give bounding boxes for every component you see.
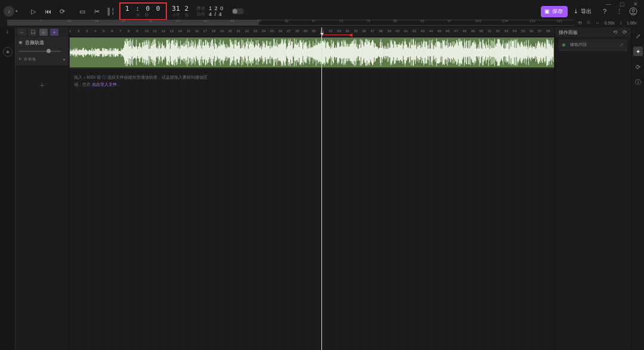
reset-icon[interactable]: ⦾ <box>587 20 590 25</box>
ruler-tick: 20 <box>228 29 233 33</box>
cut-tool-button[interactable]: ✂ <box>91 6 102 17</box>
tool-add[interactable]: + <box>50 29 58 36</box>
tool-view[interactable]: ⎚ <box>39 29 48 36</box>
add-track-area[interactable]: + <box>16 66 69 350</box>
action-item-label: 移动片段 <box>570 42 587 48</box>
automation-label[interactable]: ↻ 自动化 <box>18 57 36 62</box>
top-toolbar: ♪ ▾ ▷ ⏮ ⟳ ▭ ✂ ║╎ 1 : 0 0 分 秒 31 小节 2 拍 曲… <box>0 3 644 20</box>
ruler-tick: 8 <box>128 29 129 33</box>
ruler-tick: 16 <box>195 29 199 33</box>
overview-mark: 49 <box>230 19 234 23</box>
ruler-tick: 47 <box>454 29 459 33</box>
audio-clip[interactable] <box>69 37 555 68</box>
ruler-tick: 42 <box>412 29 416 33</box>
drop-hint-line2a: 域，也在 <box>74 82 92 86</box>
ruler-tick: 57 <box>538 29 542 33</box>
ruler-tick: 12 <box>161 29 165 33</box>
track-expand-icon[interactable]: ▾ <box>63 57 66 61</box>
save-button[interactable]: ▣ 保存 <box>541 6 568 17</box>
tempo-bpm-value: 1 2 0 <box>209 5 224 11</box>
metronome-toggle[interactable] <box>232 8 244 14</box>
arrangement-overview[interactable]: 7131925313743495561677379859197103109115… <box>7 20 637 26</box>
ruler-tick: 44 <box>429 29 433 33</box>
volume-slider[interactable] <box>18 49 66 53</box>
rail-link-button[interactable]: ⟳ <box>633 62 643 72</box>
overview-mark: 7 <box>40 19 42 23</box>
ruler-tick: 2 <box>78 29 79 33</box>
overview-mark: 91 <box>420 19 425 23</box>
timeline[interactable]: 1234567891011121314151617181920212223242… <box>69 27 555 350</box>
ruler-tick: 34 <box>345 29 349 33</box>
timeline-ruler[interactable]: 1234567891011121314151617181920212223242… <box>69 27 555 37</box>
tool-arrange[interactable]: ↔ <box>18 29 26 36</box>
drop-hint-line2b: 。 <box>118 82 122 86</box>
zoom-reset-icon[interactable]: ⟲ <box>578 20 582 26</box>
loop-button[interactable]: ⟳ <box>57 6 67 17</box>
overview-mark: 67 <box>312 19 316 23</box>
beat-label: 拍 <box>185 13 188 18</box>
ruler-tick: 52 <box>496 29 500 33</box>
redo-button[interactable]: ⟳ <box>623 29 627 35</box>
ruler-tick: 17 <box>203 29 208 33</box>
ruler-tick: 58 <box>546 29 550 33</box>
overview-mark: 31 <box>149 19 153 23</box>
bar-value: 31 <box>172 5 179 13</box>
ruler-tick: 15 <box>186 29 190 33</box>
help-button[interactable]: ? <box>600 7 609 16</box>
annotation-arrow <box>323 35 352 35</box>
rail-expand-button[interactable]: ⤢ <box>633 31 643 41</box>
timeline-empty-area[interactable] <box>69 69 555 350</box>
rail-magic-button[interactable]: ✦ <box>633 47 643 56</box>
action-expand-icon[interactable]: ⤢ <box>620 42 624 48</box>
account-button[interactable] <box>628 7 638 16</box>
app-menu-caret-icon[interactable]: ▾ <box>16 9 18 14</box>
export-button[interactable]: ⤓ 导出 <box>574 8 592 16</box>
overview-mark: 55 <box>258 19 262 23</box>
select-tool-button[interactable]: ▭ <box>77 6 88 17</box>
actions-panel-title: 操作面板 <box>559 29 578 36</box>
ruler-tick: 25 <box>270 29 274 33</box>
bar-label: 小节 <box>172 13 179 18</box>
track-index-1: 1 <box>7 30 9 34</box>
track-wave-icon: ≋ <box>18 40 23 45</box>
overview-mark: 103 <box>475 19 481 23</box>
bar-beat-display[interactable]: 31 小节 2 拍 <box>172 5 188 18</box>
undo-button[interactable]: ⟲ <box>613 29 618 35</box>
tempo-display[interactable]: 曲速1 2 0 拍号4 / 4 <box>197 5 224 17</box>
ruler-tick: 35 <box>354 29 358 33</box>
ruler-tick: 46 <box>446 29 450 33</box>
tempo-bpm-label: 曲速 <box>197 5 205 11</box>
tool-monitor[interactable]: 🎧 <box>29 29 37 36</box>
playhead[interactable] <box>321 27 322 350</box>
track-mute-button[interactable]: ◉ <box>3 47 13 57</box>
overview-mark: 37 <box>176 19 180 23</box>
track-card[interactable]: ≋ 音频轨道 ↻ 自动化 ▾ <box>16 37 69 66</box>
ruler-tick: 23 <box>253 29 258 33</box>
time-unit-label: 分 秒 <box>137 13 150 18</box>
ruler-tick: 55 <box>521 29 525 33</box>
svg-point-1 <box>632 10 634 12</box>
play-button[interactable]: ▷ <box>28 6 39 17</box>
split-tool-button[interactable]: ║╎ <box>106 6 116 17</box>
overview-viewport[interactable] <box>7 20 259 26</box>
overview-mark: 109 <box>502 19 508 23</box>
overview-mark: 85 <box>394 19 398 23</box>
ruler-tick: 56 <box>530 29 534 33</box>
rail-info-button[interactable]: ⓘ <box>633 78 643 87</box>
ruler-tick: 27 <box>287 29 291 33</box>
overview-mark: 43 <box>203 19 208 23</box>
ruler-tick: 21 <box>237 29 241 33</box>
hzoom-value[interactable]: 0.50x <box>605 21 615 25</box>
skip-back-button[interactable]: ⏮ <box>42 6 53 17</box>
import-file-link[interactable]: 点此导入文件 <box>92 82 117 86</box>
more-button[interactable]: ⋮ <box>614 7 624 16</box>
ruler-tick: 26 <box>278 29 283 33</box>
time-display[interactable]: 1 : 0 0 分 秒 <box>120 4 166 19</box>
vzoom-value[interactable]: 1.00x <box>627 21 637 25</box>
track-name-text: 音频轨道 <box>25 39 44 46</box>
ruler-tick: 41 <box>404 29 408 33</box>
app-logo[interactable]: ♪ <box>4 6 14 17</box>
action-item[interactable]: 移动片段 ⤢ <box>559 39 627 51</box>
ruler-tick: 43 <box>420 29 425 33</box>
ruler-tick: 45 <box>438 29 442 33</box>
